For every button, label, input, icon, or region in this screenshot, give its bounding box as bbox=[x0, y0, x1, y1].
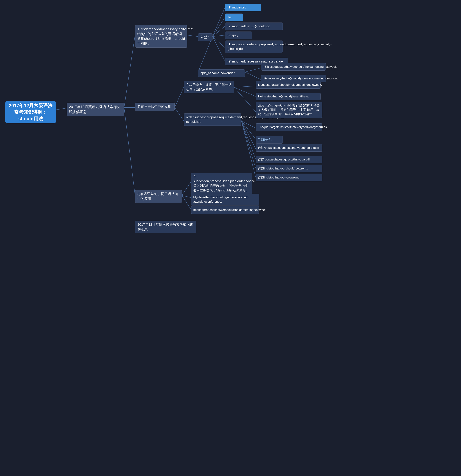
node-n2-cmd: 在表示命令、建议、要求等一类动词后面的从句中。 bbox=[184, 81, 234, 93]
node-n1-1: (1)suggested bbox=[225, 4, 261, 11]
svg-line-26 bbox=[182, 196, 191, 198]
svg-line-5 bbox=[213, 7, 225, 37]
svg-line-1 bbox=[124, 35, 135, 106]
svg-line-13 bbox=[245, 72, 261, 80]
node-apity: apity,ashame,nowonder bbox=[198, 69, 245, 77]
footer-node: 2017年12月英语六级语法常考知识讲解汇总 bbox=[135, 221, 196, 233]
node-n3: 3)在表语从句、同位语从句中的应用 bbox=[135, 190, 182, 203]
node-n2-ex1: Isuggestthatwe(should)holdameetingnextwe… bbox=[256, 81, 321, 89]
node-n2-ex2: Heinsistedthathe(should)besentthere. bbox=[256, 93, 321, 100]
svg-line-23 bbox=[241, 121, 256, 168]
svg-line-24 bbox=[241, 121, 256, 177]
node-n1: 1)Itisdemanded/necessary/apity+that...结构… bbox=[135, 25, 187, 48]
node-n2-ex3: Theguardatgateinsistedthateverybodyobeyt… bbox=[256, 123, 322, 131]
node-n3-ex2: Imakeaproposalthatwe(should)holdameeting… bbox=[191, 206, 259, 214]
svg-line-4 bbox=[187, 35, 198, 37]
mind-map: 2017年12月六级语法常考知识讲解：should用法 2017年12月英语六级… bbox=[0, 0, 461, 476]
node-n2-right2: (对)Iinsistedthatyouwerewrong. bbox=[256, 174, 322, 181]
node-n2: 2)在宾语从句中的应用 bbox=[135, 103, 175, 111]
node-n2-verbs: order,suggest,propose,require,demand,req… bbox=[184, 113, 241, 126]
svg-line-25 bbox=[182, 182, 191, 196]
node-n2-right1: (对)Yourpalefacesuggeststhatyouareill. bbox=[256, 156, 322, 163]
svg-line-27 bbox=[182, 196, 191, 209]
svg-line-11 bbox=[198, 37, 213, 72]
svg-line-16 bbox=[234, 86, 256, 87]
summary-node: 2017年12月英语六级语法常考知识讲解汇总 bbox=[67, 103, 124, 116]
node-jutypes: 句型： bbox=[198, 33, 213, 41]
svg-line-14 bbox=[175, 87, 184, 108]
node-n2-wrong1: (错)Youpalefacesuggeststhatyou(should)bei… bbox=[256, 144, 322, 152]
svg-line-10 bbox=[213, 37, 225, 61]
svg-line-17 bbox=[234, 87, 256, 96]
node-n2-panduan: 判断改错： bbox=[256, 136, 283, 144]
node-apity-ex1: (3)Itissuggestedthatwe(should)holdameeti… bbox=[261, 63, 326, 71]
node-n1-3: (3)apity bbox=[225, 32, 252, 39]
node-itis: Itis bbox=[225, 14, 243, 21]
svg-line-6 bbox=[213, 17, 225, 37]
node-n1-suggested-list: (1)suggested,ordered,proposed,required,d… bbox=[225, 41, 283, 53]
svg-line-20 bbox=[241, 121, 256, 139]
svg-line-7 bbox=[213, 26, 225, 37]
svg-line-0 bbox=[56, 108, 67, 110]
node-n3-desc: 在suggestion,proposal,idea,plan,order,adv… bbox=[191, 173, 252, 194]
svg-line-8 bbox=[213, 35, 225, 37]
svg-line-18 bbox=[234, 87, 256, 112]
svg-line-22 bbox=[241, 121, 256, 159]
svg-line-9 bbox=[213, 37, 225, 48]
svg-line-3 bbox=[124, 109, 135, 196]
svg-line-19 bbox=[241, 121, 256, 128]
node-n1-2: (2)importantthat...+(should)do bbox=[225, 23, 283, 30]
node-n2-note: 注意：如suggest,insist不表示"建议"或"坚持要某人做某事时"，即它… bbox=[256, 102, 322, 118]
node-n3-ex1: Myideaisthatwe(should)getmorepeopleto at… bbox=[191, 194, 259, 205]
node-n2-wrong2: (错)Iinsistedthatyou(should)bewrong. bbox=[256, 165, 322, 172]
root-node: 2017年12月六级语法常考知识讲解：should用法 bbox=[5, 101, 56, 123]
svg-line-15 bbox=[175, 108, 184, 121]
svg-line-12 bbox=[245, 68, 261, 72]
svg-line-21 bbox=[241, 121, 256, 149]
